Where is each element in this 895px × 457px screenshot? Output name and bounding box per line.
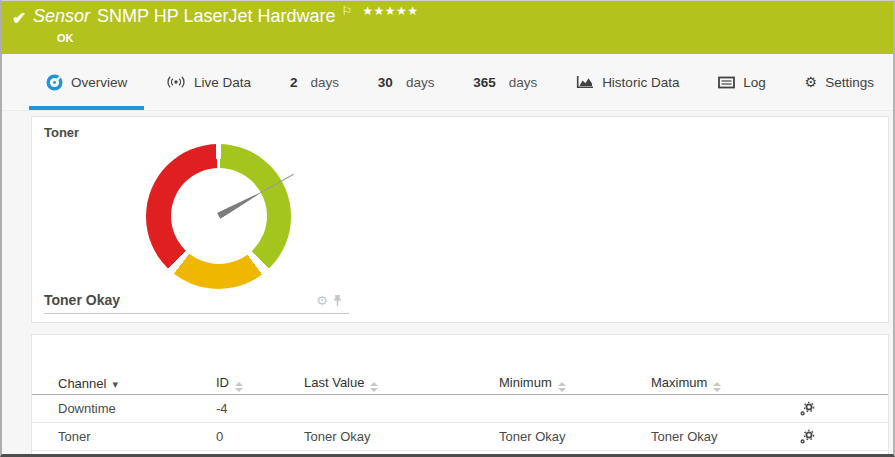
cell-last-value: Toner Okay: [304, 429, 499, 444]
sort-both-icon: [713, 382, 721, 392]
tab-number: 365: [473, 75, 496, 90]
tab-number: 30: [378, 75, 393, 90]
sort-both-icon: [558, 382, 566, 392]
gauge-status-label: Toner Okay: [44, 292, 120, 308]
col-header-minimum[interactable]: Minimum: [499, 375, 651, 392]
gauge-footer: Toner Okay ⚙: [44, 292, 349, 314]
sort-desc-icon: ▾: [112, 378, 118, 390]
gauge-area: [44, 140, 349, 292]
widget-gear-icon[interactable]: ⚙: [316, 293, 328, 308]
col-header-channel[interactable]: Channel▾: [58, 376, 216, 391]
gauge-icon: [46, 74, 63, 91]
tab-365-days[interactable]: 365days: [456, 54, 554, 110]
broadcast-icon: [166, 75, 186, 89]
tab-2-days[interactable]: 2days: [273, 54, 356, 110]
cell-channel: Toner: [58, 429, 216, 444]
col-header-last-value[interactable]: Last Value: [304, 375, 499, 392]
status-badge: OK: [57, 32, 74, 44]
tab-label: Historic Data: [602, 75, 679, 90]
pin-icon[interactable]: [332, 294, 343, 307]
table-row-toner: Toner 0 Toner Okay Toner Okay Toner Okay: [32, 423, 888, 451]
tab-live-data[interactable]: Live Data: [149, 54, 268, 110]
cell-id: -4: [216, 401, 304, 416]
gear-icon: ⚙: [805, 74, 818, 90]
cell-maximum: Toner Okay: [651, 429, 799, 444]
channel-settings-gears-icon[interactable]: [799, 401, 839, 417]
gauge-title: Toner: [44, 125, 349, 140]
toner-gauge-widget: Toner Toner Okay ⚙: [32, 117, 349, 322]
sensor-type-label: Sensor: [33, 6, 90, 26]
content-area: Toner Toner Okay ⚙: [2, 111, 893, 457]
area-chart-icon: [576, 75, 594, 89]
cell-id: 0: [216, 429, 304, 444]
tab-label: Log: [743, 75, 766, 90]
channel-table: Channel▾ ID Last Value Minimum Maximum: [32, 373, 888, 451]
status-ok-check-icon: ✔: [12, 8, 26, 29]
tab-unit: days: [310, 75, 339, 90]
overview-panel: Toner Toner Okay ⚙: [31, 116, 889, 323]
sensor-header: ✔ SensorSNMP HP LaserJet Hardware⚐★★★★★ …: [2, 1, 893, 54]
tab-historic-data[interactable]: Historic Data: [559, 54, 696, 110]
table-row-downtime: Downtime -4: [32, 395, 888, 423]
sensor-title-row: SensorSNMP HP LaserJet Hardware⚐★★★★★: [33, 6, 419, 27]
col-header-maximum[interactable]: Maximum: [651, 375, 799, 392]
tab-log[interactable]: Log: [701, 54, 783, 110]
log-icon: [718, 76, 735, 89]
sort-both-icon: [235, 382, 243, 392]
tab-30-days[interactable]: 30days: [361, 54, 452, 110]
tab-bar: Overview Live Data 2days 30days 365days: [2, 54, 893, 111]
sort-both-icon: [370, 382, 378, 392]
tab-unit: days: [406, 75, 435, 90]
tab-settings[interactable]: ⚙ Settings: [788, 54, 891, 110]
tab-label: Settings: [825, 75, 874, 90]
page-title: SNMP HP LaserJet Hardware: [97, 6, 335, 26]
cell-minimum: Toner Okay: [499, 429, 651, 444]
col-header-id[interactable]: ID: [216, 375, 304, 392]
tab-label: Live Data: [194, 75, 251, 90]
tab-label: Overview: [71, 75, 127, 90]
tab-overview[interactable]: Overview: [29, 54, 144, 110]
tab-number: 2: [290, 75, 298, 90]
channel-settings-gears-icon[interactable]: [799, 429, 839, 445]
toner-gauge: [146, 144, 291, 289]
tab-unit: days: [509, 75, 538, 90]
channel-table-panel: Channel▾ ID Last Value Minimum Maximum: [31, 334, 889, 457]
cell-channel: Downtime: [58, 401, 216, 416]
priority-stars-icon[interactable]: ★★★★★: [362, 4, 418, 18]
flag-icon[interactable]: ⚐: [341, 4, 352, 18]
prtg-sensor-page: ✔ SensorSNMP HP LaserJet Hardware⚐★★★★★ …: [0, 0, 895, 457]
table-header-row: Channel▾ ID Last Value Minimum Maximum: [32, 373, 888, 395]
